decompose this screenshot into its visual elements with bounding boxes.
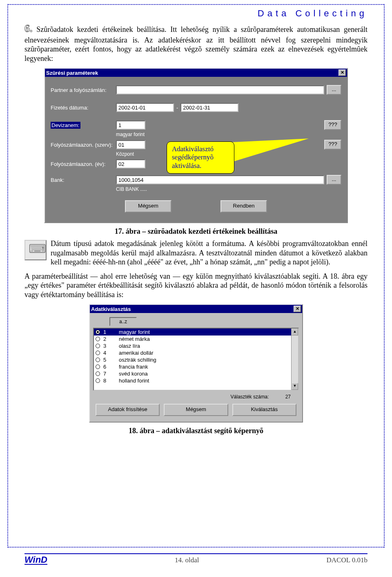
list-item-label: francia frank — [119, 364, 148, 370]
label-devizanem: Devizanem: — [51, 122, 80, 129]
dialog2-body: a..z 1magyar forint2német márka3olasz lí… — [90, 313, 302, 422]
keyboard-icon — [24, 240, 47, 260]
list-item-label: magyar forint — [119, 329, 150, 335]
list-item[interactable]: 2német márka — [94, 335, 298, 342]
radio-icon[interactable] — [96, 337, 100, 341]
bank-input[interactable]: 1000,1054 — [116, 175, 324, 184]
list-item-number: 7 — [103, 371, 116, 377]
radio-icon[interactable] — [96, 365, 100, 369]
radio-icon[interactable] — [96, 378, 100, 383]
list-item[interactable]: 4amerikai dollár — [94, 349, 298, 356]
scroll-up-icon[interactable]: ▲ — [292, 329, 298, 335]
dialog1-title: Szûrési paraméterek — [46, 70, 98, 76]
list-item-number: 4 — [103, 350, 116, 356]
list-item-number: 2 — [103, 336, 116, 342]
scroll-down-icon[interactable]: ▼ — [292, 383, 298, 390]
list-item-number: 5 — [103, 357, 116, 363]
radio-icon[interactable] — [96, 330, 100, 334]
az-button[interactable]: a..z — [109, 317, 137, 326]
page-footer: WinD 14. oldal DACOL 0.01b — [24, 553, 368, 565]
fsz-szerv-input[interactable]: 01 — [116, 140, 145, 149]
radio-icon[interactable] — [96, 358, 100, 362]
radio-icon[interactable] — [96, 371, 100, 376]
list-item[interactable]: 3olasz líra — [94, 342, 298, 349]
fsz-szerv-qqq-button[interactable]: ??? — [324, 140, 341, 150]
cancel-button[interactable]: Mégsem — [125, 200, 172, 212]
cancel-button-2[interactable]: Mégsem — [164, 404, 228, 416]
label-partner: Partner a folyószámlán: — [51, 87, 116, 93]
close-icon[interactable]: ✕ — [294, 306, 301, 312]
radio-icon[interactable] — [96, 344, 100, 348]
refresh-button[interactable]: Adatok frissítése — [96, 404, 160, 416]
dialog1-titlebar[interactable]: Szûrési paraméterek ✕ — [45, 69, 347, 77]
list-item-label: osztrák schilling — [119, 357, 156, 363]
dialog1-body: Partner a folyószámlán: ... Fizetés dátu… — [45, 77, 347, 222]
label-fsz-szerv: Folyószámlaazon. (szerv): — [51, 142, 116, 148]
data-select-dialog: Adatkiválasztás ✕ a..z 1magyar forint2né… — [89, 304, 303, 423]
paragraph-1: 6. Szûrõadatok kezdeti értékeinek beállí… — [24, 22, 368, 63]
count-value: 27 — [285, 394, 291, 400]
footer-logo: WinD — [24, 556, 47, 565]
label-bank: Bank: — [51, 177, 116, 183]
list-item-label: olasz líra — [119, 343, 140, 349]
fizetes-from-input[interactable]: 2002-01-01 — [116, 103, 174, 112]
list-item[interactable]: 8holland forint — [94, 377, 298, 384]
count-label: Választék száma: — [231, 394, 269, 400]
label-fizetes: Fizetés dátuma: — [51, 105, 116, 111]
dialog2-titlebar[interactable]: Adatkiválasztás ✕ — [90, 305, 302, 313]
devizanem-input[interactable]: 1 — [116, 121, 145, 130]
select-button[interactable]: Kiválasztás — [232, 404, 296, 416]
close-icon[interactable]: ✕ — [339, 69, 346, 76]
paragraph-2-wrap: Dátum típusú adatok megadásának jelenleg… — [24, 239, 368, 267]
list-item[interactable]: 1magyar forint — [94, 329, 298, 335]
caption-17: 17. ábra – szûrõadatok kezdeti értékeine… — [24, 227, 368, 236]
partner-input[interactable] — [116, 85, 324, 94]
bank-sublabel: CIB BANK ..... — [116, 186, 341, 192]
filter-params-dialog: Szûrési paraméterek ✕ Partner a folyószá… — [44, 68, 348, 223]
list-item[interactable]: 6francia frank — [94, 363, 298, 370]
devizanem-qqq-button[interactable]: ??? — [324, 120, 341, 130]
list-item-label: svéd korona — [119, 371, 148, 377]
list-item-number: 8 — [103, 378, 116, 384]
list-item-number: 1 — [103, 329, 116, 335]
partner-more-button[interactable]: ... — [327, 85, 341, 95]
callout-box: Adatkiválasztó segédképernyõ aktiválása. — [167, 141, 234, 174]
radio-icon[interactable] — [96, 351, 100, 355]
footer-page-number: 14. oldal — [175, 556, 199, 564]
para1-text: Szûrõadatok kezdeti értékeinek beállítás… — [24, 25, 368, 63]
fizetes-to-input[interactable]: 2002-01-31 — [180, 103, 238, 112]
ok-button[interactable]: Rendben — [220, 200, 267, 212]
list-item-label: amerikai dollár — [119, 350, 154, 356]
list-item-number: 6 — [103, 364, 116, 370]
scrollbar[interactable]: ▲ ▼ — [291, 329, 298, 390]
list-item-label: holland forint — [119, 378, 149, 384]
list-item[interactable]: 7svéd korona — [94, 370, 298, 377]
bank-more-button[interactable]: ... — [327, 175, 341, 185]
list-item[interactable]: 5osztrák schilling — [94, 356, 298, 363]
fsz-ev-input[interactable]: 02 — [116, 159, 145, 168]
footer-version: DACOL 0.01b — [327, 556, 368, 564]
data-list[interactable]: 1magyar forint2német márka3olasz líra4am… — [93, 328, 299, 391]
paragraph-2: Dátum típusú adatok megadásának jelenleg… — [24, 239, 368, 267]
section-number: 6. — [24, 22, 33, 34]
dialog2-title: Adatkiválasztás — [91, 306, 131, 312]
label-fsz-ev: Folyószámlaazon. (év): — [51, 161, 116, 167]
list-item-number: 3 — [103, 343, 116, 349]
paragraph-3: A paraméterbeállítást — ahol erre lehetõ… — [24, 272, 368, 300]
caption-18: 18. ábra – adatkiválasztást segítõ képer… — [24, 427, 368, 435]
page-header: Data Collecting — [24, 8, 368, 19]
list-item-label: német márka — [119, 336, 150, 342]
